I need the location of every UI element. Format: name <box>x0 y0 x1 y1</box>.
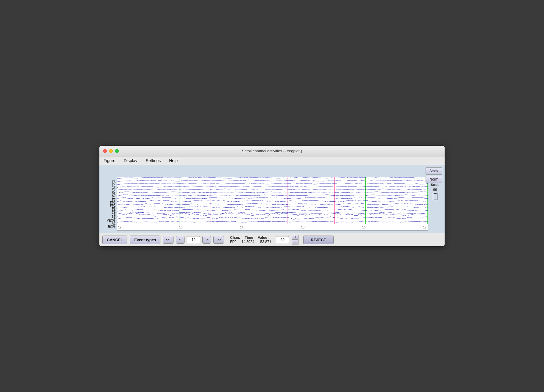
window-controls <box>103 149 119 153</box>
time-13: 13 <box>179 226 182 229</box>
plot-container: F3 F4 C3 C4 P3 P4 F7 FP1 FP2 F8 FZ CZ PZ… <box>102 177 442 231</box>
ch-label-heog: HEOG <box>103 225 115 228</box>
window-title: Scroll channel activities -- eegplot() <box>242 149 302 153</box>
time-value: 14.3924 <box>241 240 254 244</box>
plus-minus-controls: + - <box>292 235 298 244</box>
cancel-button[interactable]: CANCEL <box>102 236 127 244</box>
scale-label: Scale <box>431 183 440 186</box>
scale-minus-button[interactable]: - <box>292 240 298 244</box>
time-label: Time <box>245 236 253 240</box>
menu-settings[interactable]: Settings <box>144 158 163 164</box>
stack-button[interactable]: Stack <box>426 167 442 175</box>
nav-fwd1-button[interactable]: > <box>202 236 211 244</box>
minimize-button[interactable] <box>109 149 113 153</box>
close-button[interactable] <box>103 149 107 153</box>
nav-back2-button[interactable]: << <box>163 236 173 244</box>
info-panel: Chan. Time Value FP2 14.3924 -53.871 <box>230 236 271 244</box>
main-window: Scroll channel activities -- eegplot() F… <box>99 146 445 246</box>
nav-fwd2-button[interactable]: >> <box>213 236 224 244</box>
menu-help[interactable]: Help <box>167 158 179 164</box>
nav-back1-button[interactable]: < <box>176 236 185 244</box>
time-15: 15 <box>301 226 304 229</box>
scale-input[interactable] <box>276 236 289 243</box>
eeg-plot[interactable]: 12 13 14 15 16 17 2020999 <box>117 177 428 231</box>
page-number-input[interactable] <box>187 236 200 243</box>
time-17: 17 <box>423 226 426 229</box>
event-types-button[interactable]: Event types <box>130 236 160 244</box>
side-buttons: Stack Norm <box>426 167 442 183</box>
scale-area: Scale 69 <box>428 177 442 231</box>
norm-button[interactable]: Norm <box>426 176 442 183</box>
bottom-bar: CANCEL Event types << < > >> Chan. Time … <box>99 233 445 246</box>
content-area: Stack Norm F3 F4 C3 C4 P3 P4 F7 FP1 FP2 … <box>99 165 445 233</box>
reject-button[interactable]: REJECT <box>303 236 333 244</box>
menubar: Figure Display Settings Help <box>99 156 445 165</box>
eeg-canvas <box>117 177 428 224</box>
info-header-row: Chan. Time Value <box>230 236 271 240</box>
menu-display[interactable]: Display <box>122 158 139 164</box>
chan-label: Chan. <box>230 236 240 240</box>
scale-value-display: 69 <box>433 188 437 192</box>
titlebar: Scroll channel activities -- eegplot() <box>99 146 445 156</box>
scale-icon <box>433 193 437 200</box>
data-value: -53.871 <box>259 240 271 244</box>
value-label: Value <box>258 236 267 240</box>
time-14: 14 <box>240 226 243 229</box>
scale-plus-button[interactable]: + <box>292 235 298 240</box>
time-16: 16 <box>362 226 365 229</box>
maximize-button[interactable] <box>115 149 119 153</box>
menu-figure[interactable]: Figure <box>102 158 117 164</box>
time-axis: 12 13 14 15 16 17 <box>117 224 428 230</box>
info-value-row: FP2 14.3924 -53.871 <box>230 240 271 244</box>
channel-labels: F3 F4 C3 C4 P3 P4 F7 FP1 FP2 F8 FZ CZ PZ… <box>102 177 117 231</box>
chan-value: FP2 <box>230 240 237 244</box>
time-12: 12 <box>118 226 121 229</box>
